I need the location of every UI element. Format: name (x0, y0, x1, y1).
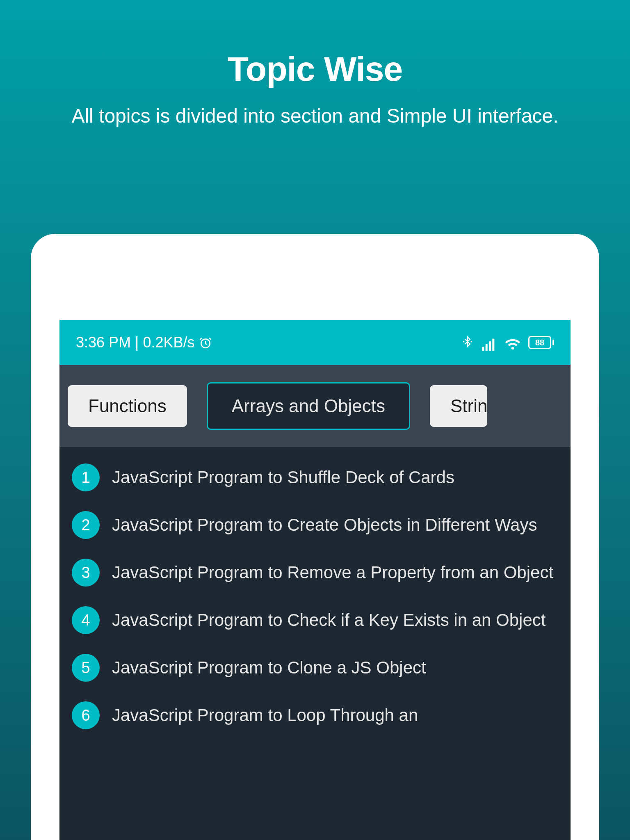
status-time: 3:36 PM (76, 334, 131, 351)
signal-icon (481, 336, 497, 349)
item-title: JavaScript Program to Remove a Property … (112, 561, 558, 584)
item-title: JavaScript Program to Check if a Key Exi… (112, 609, 558, 632)
list-item[interactable]: 2 JavaScript Program to Create Objects i… (72, 511, 558, 539)
wifi-icon (504, 336, 521, 349)
list-item[interactable]: 5 JavaScript Program to Clone a JS Objec… (72, 654, 558, 682)
program-list: 1 JavaScript Program to Shuffle Deck of … (59, 447, 571, 729)
svg-rect-3 (482, 347, 484, 351)
status-data-speed: 0.2KB/s (143, 334, 194, 351)
app-screen: 3:36 PM | 0.2KB/s (59, 320, 571, 840)
item-number: 3 (72, 559, 100, 587)
battery-level: 88 (535, 338, 544, 347)
promo-subtitle: All topics is divided into section and S… (0, 103, 630, 129)
tabs-bar: Functions Arrays and Objects Strin (59, 365, 571, 447)
status-separator: | (135, 334, 139, 351)
bluetooth-icon (462, 336, 473, 349)
device-frame: 3:36 PM | 0.2KB/s (31, 234, 599, 840)
battery-indicator: 88 (528, 336, 554, 349)
status-left: 3:36 PM | 0.2KB/s (76, 334, 212, 351)
item-number: 1 (72, 463, 100, 491)
item-number: 5 (72, 654, 100, 682)
item-title: JavaScript Program to Create Objects in … (112, 514, 558, 537)
item-title: JavaScript Program to Shuffle Deck of Ca… (112, 466, 558, 489)
list-item[interactable]: 1 JavaScript Program to Shuffle Deck of … (72, 463, 558, 491)
svg-rect-5 (489, 341, 491, 351)
tab-functions[interactable]: Functions (68, 385, 187, 427)
item-number: 2 (72, 511, 100, 539)
svg-point-1 (463, 341, 465, 342)
svg-point-2 (471, 341, 472, 342)
item-number: 6 (72, 701, 100, 729)
promo-header: Topic Wise All topics is divided into se… (0, 0, 630, 129)
svg-rect-4 (486, 344, 488, 351)
svg-rect-6 (492, 339, 494, 351)
tab-strings[interactable]: Strin (430, 385, 487, 427)
status-right: 88 (462, 336, 554, 349)
list-item[interactable]: 3 JavaScript Program to Remove a Propert… (72, 559, 558, 587)
promo-title: Topic Wise (0, 49, 630, 89)
item-number: 4 (72, 606, 100, 634)
tab-arrays-objects[interactable]: Arrays and Objects (207, 382, 410, 430)
status-bar: 3:36 PM | 0.2KB/s (59, 320, 571, 365)
item-title: JavaScript Program to Loop Through an (112, 704, 558, 727)
alarm-icon (199, 336, 212, 349)
item-title: JavaScript Program to Clone a JS Object (112, 656, 558, 680)
list-item[interactable]: 6 JavaScript Program to Loop Through an (72, 701, 558, 729)
list-item[interactable]: 4 JavaScript Program to Check if a Key E… (72, 606, 558, 634)
